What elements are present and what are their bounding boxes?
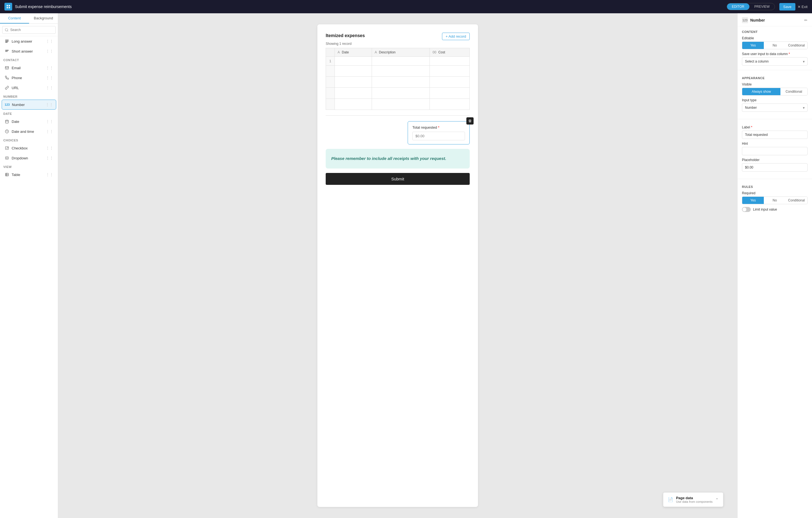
sidebar-item-date-time[interactable]: Date and time ⋮⋮ [2,127,56,136]
table-cell-date[interactable] [335,77,372,88]
editable-no-btn[interactable]: No [764,42,785,49]
table-meta: Showing 1 record [326,42,470,45]
placeholder-input[interactable] [742,163,808,172]
svg-rect-1 [8,5,10,6]
dropdown-icon [4,155,9,160]
drag-handle[interactable]: ⋮⋮ [46,49,54,53]
table-cell-date[interactable] [335,99,372,110]
page-data-icon: 📄 [668,497,673,502]
table-cell-description[interactable] [372,57,430,66]
total-requested-widget-wrapper: Total requested * [408,121,470,145]
drag-handle[interactable]: ⋮⋮ [46,39,54,43]
sidebar-item-date[interactable]: Date ⋮⋮ [2,117,56,126]
sidebar-item-checkbox[interactable]: Checkbox ⋮⋮ [2,143,56,153]
tab-content[interactable]: Content [0,13,29,24]
svg-rect-0 [7,5,8,6]
svg-rect-16 [5,157,8,159]
table-cell-cost[interactable] [430,88,469,99]
page-data-expand-icon[interactable]: ⌃ [715,497,719,502]
table-cell-description[interactable] [372,99,430,110]
svg-rect-4 [5,40,8,40]
visible-always-btn[interactable]: Always show [742,88,780,95]
drag-handle[interactable]: ⋮⋮ [46,75,54,80]
table-cell-description[interactable] [372,77,430,88]
clock-icon [4,129,9,134]
svg-rect-2 [7,7,8,8]
svg-rect-5 [5,41,8,41]
sidebar-item-url[interactable]: URL ⋮⋮ [2,83,56,92]
edit-icon[interactable]: ✏ [804,18,808,23]
required-toggle-group: Yes No Conditional [742,196,808,204]
table-cell-cost[interactable] [430,77,469,88]
table-cell-description[interactable] [372,88,430,99]
page-data-text: Page data Use data from components [676,496,713,503]
drag-handle[interactable]: ⋮⋮ [46,129,54,134]
submit-button[interactable]: Submit [326,173,470,185]
table-cell-cost[interactable] [430,57,469,66]
sidebar-item-long-answer[interactable]: Long answer ⋮⋮ [2,36,56,46]
tab-background[interactable]: Background [29,13,58,24]
table-row-empty-1 [326,66,470,77]
save-column-select[interactable]: Select a column [742,57,808,66]
required-no-btn[interactable]: No [764,197,785,204]
table-cell-cost[interactable] [430,99,469,110]
svg-rect-6 [5,42,7,42]
visible-label: Visible [742,83,808,86]
total-requested-input[interactable] [412,132,465,140]
panel-header-icon: 123 [742,17,748,23]
text-col-icon: A [338,50,340,54]
phone-icon [4,75,9,80]
editor-preview-toggle[interactable]: EDITOR PREVIEW [727,3,775,10]
drag-handle[interactable]: ⋮⋮ [46,86,54,90]
drag-handle[interactable]: ⋮⋮ [46,156,54,160]
app-title: Submit expense reimbursements [15,4,727,9]
drag-handle[interactable]: ⋮⋮ [46,146,54,150]
sidebar-item-short-answer[interactable]: Short answer ⋮⋮ [2,47,56,56]
drag-handle[interactable]: ⋮⋮ [46,173,54,177]
sidebar-item-dropdown[interactable]: Dropdown ⋮⋮ [2,153,56,163]
hint-label: Hint [742,142,808,146]
required-conditional-btn[interactable]: Conditional [786,197,807,204]
sidebar-item-table[interactable]: Table ⋮⋮ [2,170,56,179]
sidebar-item-number[interactable]: 123 Number ⋮⋮ [2,100,56,110]
topbar: Submit expense reimbursements EDITOR PRE… [0,0,812,13]
page-data-title: Page data [676,496,713,500]
visible-conditional-btn[interactable]: Conditional [780,88,807,95]
table-row-empty-4 [326,99,470,110]
text-col-icon: A [375,50,377,54]
panel-section-appearance: APPEARANCE Visible Always show Condition… [737,72,812,117]
number-col-icon: 00 [433,50,436,54]
info-box: Please remember to include all receipts … [326,149,470,169]
limit-input-toggle[interactable] [742,207,751,212]
drag-handle[interactable]: ⋮⋮ [46,102,53,107]
save-button[interactable]: Save [779,3,795,10]
drag-handle[interactable]: ⋮⋮ [46,66,54,70]
total-requested-widget: Total requested * [408,121,470,145]
required-yes-btn[interactable]: Yes [742,197,764,204]
sidebar-item-phone[interactable]: Phone ⋮⋮ [2,73,56,83]
section-title-rules: RULES [742,185,808,188]
search-input[interactable] [2,26,56,34]
input-type-select[interactable]: Number [742,103,808,112]
editor-toggle-btn[interactable]: EDITOR [727,3,749,10]
table-cell-description[interactable] [372,66,430,77]
table-cell-date[interactable] [335,57,372,66]
topbar-actions: Save ✕ Exit [779,3,808,10]
sidebar-item-email[interactable]: Email ⋮⋮ [2,63,56,72]
svg-rect-10 [5,120,8,123]
hint-input[interactable] [742,147,808,155]
link-icon [4,85,9,90]
editable-yes-btn[interactable]: Yes [742,42,764,49]
panel-title: Number [750,18,804,23]
table-cell-date[interactable] [335,88,372,99]
table-cell-date[interactable] [335,66,372,77]
label-input[interactable] [742,131,808,139]
table-cell-cost[interactable] [430,66,469,77]
svg-rect-7 [5,50,8,51]
drag-handle[interactable]: ⋮⋮ [46,119,54,124]
add-record-button[interactable]: + Add record [442,33,470,40]
widget-delete-button[interactable] [466,117,473,124]
preview-toggle-btn[interactable]: PREVIEW [749,3,775,10]
editable-conditional-btn[interactable]: Conditional [786,42,807,49]
exit-button[interactable]: ✕ Exit [798,5,808,9]
